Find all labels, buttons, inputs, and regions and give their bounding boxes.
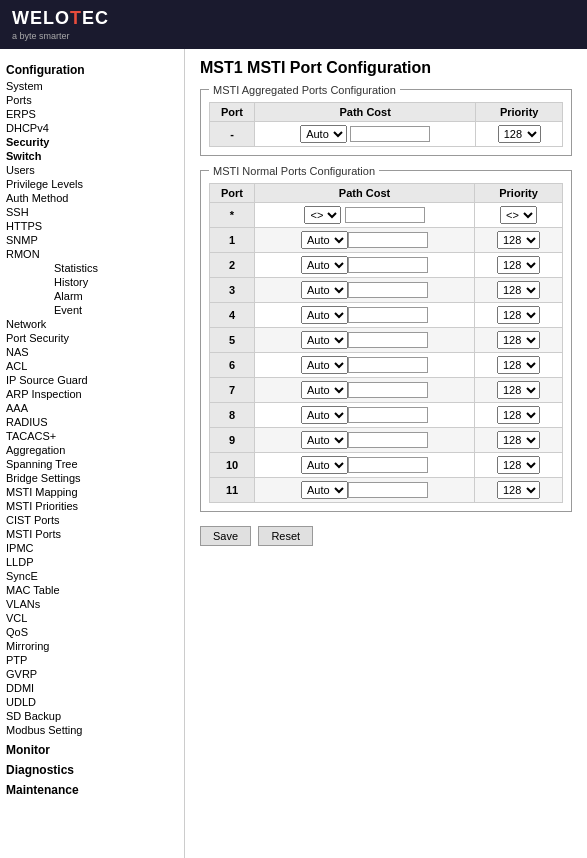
path-cost-input[interactable] <box>348 307 428 323</box>
sidebar-item-https[interactable]: HTTPS <box>6 219 178 233</box>
sidebar-item-arp-inspection[interactable]: ARP Inspection <box>6 387 178 401</box>
table-row: 9Auto128 <box>210 428 563 453</box>
sidebar-item-ip-source-guard[interactable]: IP Source Guard <box>6 373 178 387</box>
sidebar-item-rmon[interactable]: RMON <box>6 247 178 261</box>
sidebar-item-udld[interactable]: UDLD <box>6 695 178 709</box>
path-cost-input[interactable] <box>348 332 428 348</box>
priority-select[interactable]: 128 <box>497 406 540 424</box>
path-cost-input[interactable] <box>348 432 428 448</box>
path-cost-select[interactable]: Auto <box>301 381 348 399</box>
priority-cell: 128 <box>475 478 563 503</box>
aggregated-path-cost-select[interactable]: Auto <box>300 125 347 143</box>
priority-select[interactable]: 128 <box>497 481 540 499</box>
sidebar-item-msti-priorities[interactable]: MSTI Priorities <box>6 499 178 513</box>
sidebar-item-dhcpv4[interactable]: DHCPv4 <box>6 121 178 135</box>
sidebar-item-security[interactable]: Security <box>6 135 178 149</box>
path-cost-select[interactable]: Auto <box>301 281 348 299</box>
sidebar-item-nas[interactable]: NAS <box>6 345 178 359</box>
sidebar-item-privilege-levels[interactable]: Privilege Levels <box>6 177 178 191</box>
sidebar-item-cist-ports[interactable]: CIST Ports <box>6 513 178 527</box>
wildcard-priority-select[interactable]: <> <box>500 206 537 224</box>
wildcard-path-cost-select[interactable]: <> <box>304 206 341 224</box>
sidebar-item-radius[interactable]: RADIUS <box>6 415 178 429</box>
priority-select[interactable]: 128 <box>497 381 540 399</box>
sidebar-item-alarm[interactable]: Alarm <box>6 289 178 303</box>
priority-select[interactable]: 128 <box>497 256 540 274</box>
sidebar-item-synce[interactable]: SyncE <box>6 569 178 583</box>
sidebar-item-ssh[interactable]: SSH <box>6 205 178 219</box>
sidebar-item-vcl[interactable]: VCL <box>6 611 178 625</box>
sidebar-item-auth-method[interactable]: Auth Method <box>6 191 178 205</box>
priority-select[interactable]: 128 <box>497 331 540 349</box>
aggregated-priority-select[interactable]: 128 <box>498 125 541 143</box>
path-cost-select[interactable]: Auto <box>301 406 348 424</box>
path-cost-input[interactable] <box>348 357 428 373</box>
sidebar-item-bridge-settings[interactable]: Bridge Settings <box>6 471 178 485</box>
priority-select[interactable]: 128 <box>497 281 540 299</box>
sidebar-item-spanning-tree[interactable]: Spanning Tree <box>6 457 178 471</box>
sidebar-item-acl[interactable]: ACL <box>6 359 178 373</box>
path-cost-select[interactable]: Auto <box>301 431 348 449</box>
sidebar-item-aggregation[interactable]: Aggregation <box>6 443 178 457</box>
content-area: MST1 MSTI Port Configuration MSTI Aggreg… <box>185 49 587 858</box>
sidebar-item-ddmi[interactable]: DDMI <box>6 681 178 695</box>
sidebar-item-msti-ports[interactable]: MSTI Ports <box>6 527 178 541</box>
sidebar-item-qos[interactable]: QoS <box>6 625 178 639</box>
normal-ports-table: Port Path Cost Priority * <> <box>209 183 563 503</box>
path-cost-input[interactable] <box>348 232 428 248</box>
sidebar-item-port-security[interactable]: Port Security <box>6 331 178 345</box>
sidebar-section-monitor: Monitor <box>6 743 178 757</box>
priority-select[interactable]: 128 <box>497 306 540 324</box>
sidebar-item-users[interactable]: Users <box>6 163 178 177</box>
priority-select[interactable]: 128 <box>497 456 540 474</box>
path-cost-input[interactable] <box>348 257 428 273</box>
wildcard-path-cost-cell: <> <box>255 203 475 228</box>
path-cost-input[interactable] <box>348 282 428 298</box>
path-cost-select[interactable]: Auto <box>301 481 348 499</box>
path-cost-input[interactable] <box>348 457 428 473</box>
sidebar-item-lldp[interactable]: LLDP <box>6 555 178 569</box>
sidebar-item-ports[interactable]: Ports <box>6 93 178 107</box>
sidebar-item-system[interactable]: System <box>6 79 178 93</box>
normal-ports-content: Port Path Cost Priority * <> <box>201 179 571 511</box>
reset-button[interactable]: Reset <box>258 526 313 546</box>
sidebar-item-mac-table[interactable]: MAC Table <box>6 583 178 597</box>
path-cost-select[interactable]: Auto <box>301 356 348 374</box>
path-cost-input[interactable] <box>348 482 428 498</box>
path-cost-cell: Auto <box>255 278 475 303</box>
sidebar-item-gvrp[interactable]: GVRP <box>6 667 178 681</box>
path-cost-input[interactable] <box>348 382 428 398</box>
sidebar-item-modbus-setting[interactable]: Modbus Setting <box>6 723 178 737</box>
sidebar-item-snmp[interactable]: SNMP <box>6 233 178 247</box>
sidebar-item-erps[interactable]: ERPS <box>6 107 178 121</box>
priority-select[interactable]: 128 <box>497 431 540 449</box>
sidebar-item-event[interactable]: Event <box>6 303 178 317</box>
normal-col-header-port: Port <box>210 184 255 203</box>
sidebar-item-history[interactable]: History <box>6 275 178 289</box>
sidebar-item-ptp[interactable]: PTP <box>6 653 178 667</box>
sidebar-item-network[interactable]: Network <box>6 317 178 331</box>
save-button[interactable]: Save <box>200 526 251 546</box>
sidebar-item-msti-mapping[interactable]: MSTI Mapping <box>6 485 178 499</box>
port-cell: 11 <box>210 478 255 503</box>
path-cost-select[interactable]: Auto <box>301 456 348 474</box>
table-row: 3Auto128 <box>210 278 563 303</box>
path-cost-input[interactable] <box>348 407 428 423</box>
sidebar-item-ipmc[interactable]: IPMC <box>6 541 178 555</box>
priority-select[interactable]: 128 <box>497 356 540 374</box>
sidebar-item-switch[interactable]: Switch <box>6 149 178 163</box>
wildcard-path-cost-input[interactable] <box>345 207 425 223</box>
path-cost-select[interactable]: Auto <box>301 306 348 324</box>
path-cost-cell: Auto <box>255 303 475 328</box>
aggregated-path-cost-input[interactable] <box>350 126 430 142</box>
sidebar-item-vlans[interactable]: VLANs <box>6 597 178 611</box>
sidebar-item-aaa[interactable]: AAA <box>6 401 178 415</box>
sidebar-item-statistics[interactable]: Statistics <box>6 261 178 275</box>
priority-select[interactable]: 128 <box>497 231 540 249</box>
path-cost-select[interactable]: Auto <box>301 331 348 349</box>
path-cost-select[interactable]: Auto <box>301 231 348 249</box>
sidebar-item-tacacs[interactable]: TACACS+ <box>6 429 178 443</box>
path-cost-select[interactable]: Auto <box>301 256 348 274</box>
sidebar-item-sd-backup[interactable]: SD Backup <box>6 709 178 723</box>
sidebar-item-mirroring[interactable]: Mirroring <box>6 639 178 653</box>
